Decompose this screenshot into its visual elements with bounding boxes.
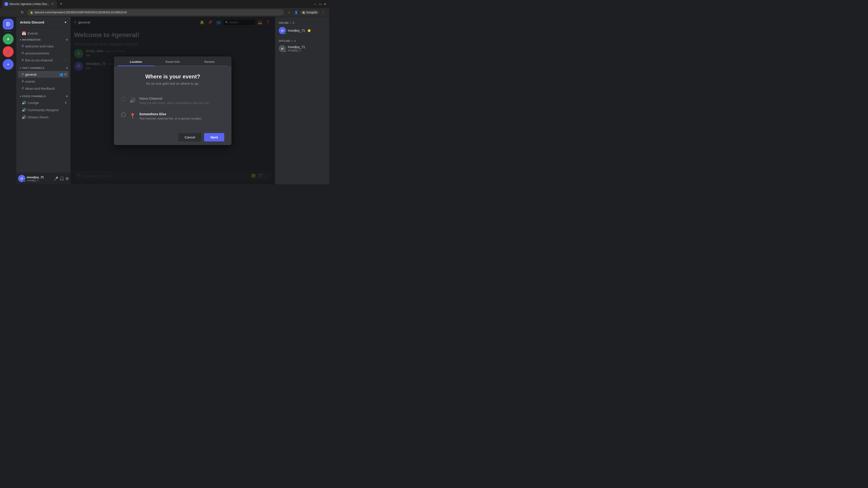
user-name: moodjoy_71 [27,175,53,179]
next-button[interactable]: Next [204,133,224,141]
ssl-icon: 🔒 [30,11,33,14]
section-label-text: TEXT CHANNELS [22,67,44,69]
channel-item-this-is-my-channel[interactable]: # this-is-my-channel → [18,57,69,64]
forward-button[interactable]: → [11,9,17,15]
reload-button[interactable]: ↻ [19,9,25,15]
tab-title: Discord | #general | Artists Disc... [9,2,49,6]
tab-bar: D Discord | #general | Artists Disc... ✕… [0,0,329,8]
option-title-voice: Voice Channel [139,96,224,100]
channel-item-welcome[interactable]: # welcome-and-rules [18,43,69,50]
radio-somewhere-else[interactable] [121,112,126,117]
voice-icon-stream: 🔊 [22,115,26,119]
server-name: Artists Discord [20,20,44,24]
member-avatar-offline-1: M [279,45,286,52]
channel-hash-icon-3: # [22,58,24,62]
new-tab-button[interactable]: + [58,1,64,7]
server-icon-1[interactable]: A [3,34,13,44]
mic-icon[interactable]: 🎤 [54,176,58,181]
voice-icon-lounge: 🔊 [22,101,26,105]
server-icon-3[interactable]: ✦ [3,59,13,70]
incognito-badge: 🕵 Incognito [300,10,319,14]
channel-item-feedback[interactable]: # ideas-and-feedback [18,85,69,92]
headset-icon[interactable]: 🎧 [60,176,64,181]
member-info-offline-1: moodjoy_71 moodjoy_f... [288,45,305,52]
section-header-voice[interactable]: ▾ VOICE CHANNELS + [16,94,70,99]
add-channel-information[interactable]: + [65,38,69,41]
channel-section-voice: ▾ VOICE CHANNELS + 🔊 Lounge ⬇ 🔊 Communit… [16,94,70,121]
channel-item-events[interactable]: 📅 Events [18,30,69,37]
url-text: discord.com/channels/1182362010067935253… [35,11,127,14]
add-channel-voice[interactable]: + [65,94,69,98]
url-bar[interactable]: 🔒 discord.com/channels/11823620100679352… [27,9,284,15]
member-badge-online-1: ⭐ [307,29,311,32]
browser-chrome: D Discord | #general | Artists Disc... ✕… [0,0,329,17]
option-text-voice: Voice Channel Hang out with voice, video… [139,96,224,105]
main-content: # general 🔔 📌 👥 🔍 Search 📥 ❓ Welcome to … [70,17,275,184]
option-voice-channel[interactable]: 🔊 Voice Channel Hang out with voice, vid… [121,93,224,108]
settings-icon[interactable]: ⚙ [66,176,69,181]
add-channel-text[interactable]: + [65,66,69,70]
tab-progress-location [118,66,154,66]
server-icon-2[interactable]: 🎵 [3,46,13,57]
member-item-offline-1[interactable]: M moodjoy_71 moodjoy_f... [277,44,327,53]
address-bar: ← → ↻ 🔒 discord.com/channels/11823620100… [0,8,329,17]
offline-section: OFFLINE — 1 M moodjoy_71 moodjoy_f... [277,39,327,53]
events-label: Events [28,31,67,35]
channel-section-text: ▾ TEXT CHANNELS + # general 👥 ⚙ # events [16,65,70,92]
channel-members-icon[interactable]: 👥 [59,72,63,76]
modal-tabs: Location Event Info Review [114,57,231,66]
channel-sidebar: Artists Discord ▼ 📅 Events ▾ INFORMATION… [16,17,70,184]
modal-body: Where is your event? So no one gets lost… [114,66,231,129]
channel-item-stream[interactable]: 🔊 Stream Room [18,113,69,121]
user-status-dot [23,180,26,182]
channel-section-information: ▾ INFORMATION + # welcome-and-rules # an… [16,37,70,64]
section-label-information: INFORMATION [22,38,41,41]
section-header-text[interactable]: ▾ TEXT CHANNELS + [16,65,70,71]
section-chevron-text: ▾ [20,67,21,69]
server-header[interactable]: Artists Discord ▼ [16,17,70,28]
option-desc-voice: Hang out with voice, video, screenshare,… [139,101,224,105]
channel-item-events-text[interactable]: # events [18,78,69,85]
offline-header: OFFLINE — 1 [277,39,327,43]
modal-tab-review[interactable]: Review [191,57,228,66]
channel-item-community[interactable]: 🔊 Community Hangout [18,106,69,113]
maximize-button[interactable]: ▭ [318,2,322,6]
active-tab[interactable]: D Discord | #general | Artists Disc... ✕ [2,0,57,8]
channel-item-announcements[interactable]: # announcements [18,50,69,57]
option-text-somewhere: Somewhere Else Text channel, external li… [139,112,224,120]
close-button[interactable]: ✕ [323,2,327,6]
channel-settings-icon[interactable]: ⚙ [64,72,67,76]
channel-item-lounge[interactable]: 🔊 Lounge ⬇ [18,99,69,106]
somewhere-else-icon: 📍 [128,112,136,120]
channel-item-general[interactable]: # general 👥 ⚙ [18,71,69,78]
option-somewhere-else[interactable]: 📍 Somewhere Else Text channel, external … [121,108,224,124]
tab-favicon: D [4,2,8,6]
member-name-online-1: moodjoy_71 [288,29,305,32]
modal-tab-location[interactable]: Location [118,57,154,66]
user-tag: moodjoy_f... [27,179,53,182]
channel-hash-icon: # [22,44,24,48]
profile-button[interactable]: 👤 [293,9,299,15]
option-desc-somewhere: Text channel, external link, or in-perso… [139,117,224,120]
channel-hash-feedback: # [22,86,24,90]
minimize-button[interactable]: ─ [313,2,317,6]
modal-title: Where is your event? [121,73,224,80]
overlay: Location Event Info Review Where is your… [70,17,275,184]
voice-channel-icon: 🔊 [128,96,136,105]
section-header-information[interactable]: ▾ INFORMATION + [16,37,70,42]
back-button[interactable]: ← [3,9,9,15]
member-status-offline [284,50,286,53]
modal-footer: Cancel Next [114,129,231,145]
tab-close-button[interactable]: ✕ [51,2,54,6]
bookmark-button[interactable]: ☆ [286,9,292,15]
option-title-somewhere: Somewhere Else [139,112,224,116]
discord-app: D A 🎵 ✦ Artists Discord ▼ 📅 Events ▾ [0,17,329,184]
section-chevron-voice: ▾ [20,95,21,98]
right-sidebar: ONLINE — 1 M moodjoy_71 ⭐ OFFLINE — 1 M … [275,17,329,184]
cancel-button[interactable]: Cancel [178,133,202,141]
modal-tab-event-info[interactable]: Event Info [154,57,191,66]
home-server-icon[interactable]: D [3,19,13,30]
member-item-online-1[interactable]: M moodjoy_71 ⭐ [277,26,327,35]
radio-voice-channel[interactable] [121,97,126,101]
menu-button[interactable]: ⋮ [320,9,327,15]
